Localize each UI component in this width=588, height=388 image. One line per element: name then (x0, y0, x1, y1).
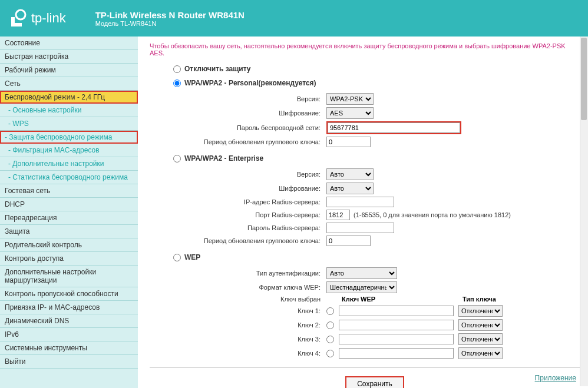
wep-label: WEP (184, 253, 200, 261)
brand-text: tp-link (31, 11, 66, 26)
radius-port-label: Порт Radius-сервера: (173, 211, 326, 218)
password-label: Пароль беспроводной сети: (173, 124, 326, 131)
wep-auth-select[interactable]: Авто (326, 267, 397, 279)
content-panel: Чтобы обезопасить вашу сеть, настоятельн… (138, 37, 588, 388)
sidebar-item-10[interactable]: - Статистика беспроводного режима (0, 171, 138, 184)
disable-security-radio[interactable] (173, 65, 181, 73)
wep-key-label-3: Ключ 4: (173, 350, 326, 357)
sidebar-item-17[interactable]: Дополнительные настройки маршрутизации (0, 266, 138, 287)
wep-key-type-0[interactable]: Отключено (458, 305, 503, 317)
sidebar-item-21[interactable]: IPv6 (0, 328, 138, 341)
ent-encryption-label: Шифрование: (173, 185, 326, 192)
radius-pw-label: Пароль Radius-сервера: (173, 224, 326, 231)
logo: tp-link (9, 9, 66, 28)
sidebar-item-12[interactable]: DHCP (0, 198, 138, 211)
wep-key-type-3[interactable]: Отключено (458, 347, 503, 359)
radius-ip-input[interactable] (326, 197, 394, 207)
wep-key-label-1: Ключ 2: (173, 321, 326, 329)
wep-key-label-2: Ключ 3: (173, 336, 326, 343)
sidebar-item-8[interactable]: - Фильтрация MAC-адресов (0, 144, 138, 157)
sidebar-item-13[interactable]: Переадресация (0, 211, 138, 225)
ent-version-label: Версия: (173, 171, 326, 178)
wep-row[interactable]: WEP (173, 253, 576, 261)
wep-selected-label: Ключ выбран (173, 296, 326, 303)
wep-key-input-2[interactable] (339, 334, 454, 344)
sidebar-item-3[interactable]: Сеть (0, 77, 138, 91)
wpa-personal-label: WPA/WPA2 - Personal(рекомендуется) (184, 79, 316, 87)
sidebar-item-4[interactable]: Беспроводной режим - 2,4 ГГц (0, 91, 138, 104)
wep-key-radio-3[interactable] (326, 350, 334, 357)
divider (150, 367, 588, 368)
radius-port-input[interactable] (326, 210, 350, 220)
wpa-personal-radio[interactable] (173, 79, 181, 87)
wep-key-row-0: Ключ 1:Отключено (173, 305, 576, 317)
ent-encryption-select[interactable]: Авто (326, 183, 374, 194)
disable-security-row[interactable]: Отключить защиту (173, 65, 576, 73)
sidebar-item-14[interactable]: Защита (0, 225, 138, 238)
sidebar-item-6[interactable]: - WPS (0, 117, 138, 131)
sidebar-item-23[interactable]: Выйти (0, 355, 138, 369)
radius-port-hint: (1-65535, 0 для значения порта по умолча… (354, 211, 511, 218)
sidebar-item-9[interactable]: - Дополнительные настройки (0, 157, 138, 171)
sidebar-item-0[interactable]: Состояние (0, 37, 138, 50)
sidebar-item-18[interactable]: Контроль пропускной способности (0, 287, 138, 301)
sidebar-item-11[interactable]: Гостевая сеть (0, 184, 138, 198)
wep-key-row-3: Ключ 4:Отключено (173, 347, 576, 359)
wep-auth-label: Тип аутентификации: (173, 270, 326, 277)
wep-key-row-2: Ключ 3:Отключено (173, 333, 576, 345)
ent-version-select[interactable]: Авто (326, 168, 374, 180)
group-key-input[interactable] (326, 137, 371, 147)
wep-key-radio-1[interactable] (326, 321, 334, 329)
wep-key-radio-0[interactable] (326, 307, 334, 315)
sidebar: СостояниеБыстрая настройкаРабочий режимС… (0, 37, 138, 388)
wpa-enterprise-radio[interactable] (173, 155, 181, 163)
encryption-label: Шифрование: (173, 110, 326, 117)
wep-key-input-1[interactable] (339, 320, 454, 330)
wep-key-row-1: Ключ 2:Отключено (173, 319, 576, 331)
disable-security-label: Отключить защиту (184, 65, 251, 73)
wep-key-col: Ключ WEP (342, 296, 463, 303)
version-select[interactable]: WPA2-PSK (326, 93, 374, 105)
encryption-select[interactable]: AES (326, 107, 374, 119)
wep-radio[interactable] (173, 254, 181, 261)
model-text: Модель TL-WR841N (95, 20, 245, 27)
sidebar-item-2[interactable]: Рабочий режим (0, 64, 138, 77)
wep-format-label: Формат ключа WEP: (173, 284, 326, 291)
sidebar-item-15[interactable]: Родительский контроль (0, 238, 138, 252)
scrollbar[interactable] (580, 37, 588, 386)
save-button[interactable]: Сохранить (345, 376, 404, 388)
wpa-personal-row[interactable]: WPA/WPA2 - Personal(рекомендуется) (173, 79, 576, 87)
sidebar-item-7[interactable]: - Защита беспроводного режима (0, 131, 138, 144)
sidebar-item-20[interactable]: Динамический DNS (0, 314, 138, 328)
wpa-enterprise-row[interactable]: WPA/WPA2 - Enterprise (173, 154, 576, 163)
version-label: Версия: (173, 95, 326, 102)
header-info: TP-Link Wireless N Router WR841N Модель … (95, 10, 245, 27)
app-link[interactable]: Приложение (535, 374, 576, 382)
header: tp-link TP-Link Wireless N Router WR841N… (0, 0, 588, 37)
radius-pw-input[interactable] (326, 223, 394, 233)
wpa-enterprise-label: WPA/WPA2 - Enterprise (184, 154, 263, 163)
ent-group-key-input[interactable] (326, 236, 371, 246)
group-key-label: Период обновления группового ключа: (173, 138, 326, 145)
svg-rect-2 (11, 23, 22, 26)
sidebar-item-22[interactable]: Системные инструменты (0, 341, 138, 355)
wep-format-select[interactable]: Шестнадцатеричный (326, 281, 397, 293)
ent-group-key-label: Период обновления группового ключа: (173, 237, 326, 244)
wep-key-input-3[interactable] (339, 348, 454, 359)
radius-ip-label: IP-адрес Radius-сервера: (173, 198, 326, 205)
sidebar-item-1[interactable]: Быстрая настройка (0, 50, 138, 64)
warning-text: Чтобы обезопасить вашу сеть, настоятельн… (150, 42, 576, 57)
password-highlight (326, 121, 461, 134)
scrollbar-thumb[interactable] (581, 38, 587, 120)
wep-key-type-1[interactable]: Отключено (458, 319, 503, 331)
wep-key-input-0[interactable] (339, 306, 454, 316)
wep-key-radio-2[interactable] (326, 336, 334, 343)
wep-key-type-2[interactable]: Отключено (458, 333, 503, 345)
wep-type-col: Тип ключа (463, 296, 496, 303)
sidebar-item-5[interactable]: - Основные настройки (0, 104, 138, 117)
sidebar-item-16[interactable]: Контроль доступа (0, 252, 138, 266)
tp-link-logo-icon (9, 9, 28, 28)
password-input[interactable] (328, 122, 460, 133)
svg-point-0 (16, 10, 25, 19)
sidebar-item-19[interactable]: Привязка IP- и MAC-адресов (0, 301, 138, 314)
